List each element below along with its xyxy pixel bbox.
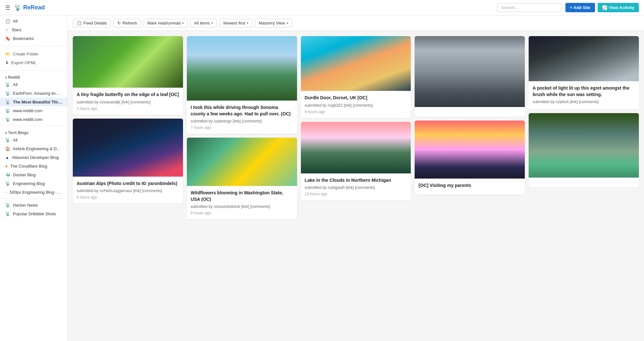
feed-card-time-butterfly: 4 hours ago: [77, 106, 179, 111]
sidebar-item-all[interactable]: 📋 All: [0, 17, 67, 25]
sidebar-top-section: 📋 All ☆ Stars 🔖 Bookmarks: [0, 15, 67, 44]
mark-read-button[interactable]: Mark read/unread ▾: [144, 19, 188, 27]
content-area: 📋 Feed Details ↻ Refresh Mark read/unrea…: [68, 15, 644, 341]
feed-card-monument[interactable]: [415, 36, 525, 117]
all-items-button[interactable]: All items ▾: [190, 19, 217, 27]
feed-card-sunset[interactable]: [OC] Visiting my parents: [415, 121, 525, 195]
sidebar-bookmarks-label: Bookmarks: [13, 36, 34, 41]
feed-card-img-sunset: [415, 121, 525, 179]
feed-card-egret[interactable]: A pocket of light lit up this egret amon…: [529, 36, 639, 109]
sidebar-stars-label: Stars: [12, 27, 21, 32]
feed-card-body-lake: Lake in the Clouds in Northern Michigan …: [301, 173, 411, 200]
feed-card-durdle[interactable]: Durdle Door, Dorset, UK [OC] submitted b…: [301, 36, 411, 118]
500px-icon: ···: [5, 190, 7, 194]
newest-first-button[interactable]: Newest first ▾: [219, 19, 252, 27]
dribbble-label: Popular Dribbble Shots: [13, 211, 56, 216]
view-activity-button[interactable]: 📈 View Activity: [598, 3, 639, 12]
sidebar-item-stars[interactable]: ☆ Stars: [0, 25, 67, 34]
feed-card-img-monument: [415, 36, 525, 107]
add-site-button[interactable]: + Add Site: [565, 3, 595, 12]
feed-card-body-monument: [415, 107, 525, 117]
feed-card-img-egret: [529, 36, 639, 81]
sidebar-group-tech-blogs[interactable]: ▾ Tech Blogs: [0, 128, 67, 136]
feed-card-body-alps: Austrian Alps (Photo credit to IG yaronb…: [73, 177, 183, 204]
sidebar-toggle-button[interactable]: ☰: [5, 4, 10, 11]
sidebar-item-engineering[interactable]: 📡 Engineering Blog: [0, 179, 67, 188]
sidebar-item-airbnb[interactable]: 🏠 Airbnb Engineering & Data Science - Me…: [0, 144, 67, 153]
feed-card-wildflowers[interactable]: Wildflowers blooming in Washington State…: [187, 138, 297, 219]
feed-card-butterfly[interactable]: A tiny fragile butterfly on the edge of …: [73, 36, 183, 115]
sidebar-item-hacker-news[interactable]: 📡 Hacker News: [0, 201, 67, 209]
airbnb-label: Airbnb Engineering & Data Science - Medi…: [13, 146, 62, 151]
all-icon: 📋: [5, 19, 10, 24]
sidebar-actions-section: 📁 Create Folder ⬇ Export OPML: [0, 48, 67, 68]
search-input[interactable]: [497, 3, 562, 12]
hacker-news-label: Hacker News: [13, 203, 38, 208]
chevron-down-icon-tech: ▾: [5, 131, 7, 135]
toolbar: 📋 Feed Details ↻ Refresh Mark read/unrea…: [68, 15, 644, 31]
feed-card-title-egret: A pocket of light lit up this egret amon…: [533, 85, 635, 98]
refresh-label: Refresh: [122, 21, 137, 25]
airbnb-icon: 🏠: [5, 146, 10, 151]
sidebar-item-cloudflare[interactable]: ● The Cloudflare Blog: [0, 162, 67, 170]
rss-icon-reddit-com-1: 📡: [5, 108, 10, 113]
most-beautiful-label: The Most Beautiful Things in the World: [13, 100, 62, 104]
feed-card-img-alps: [73, 119, 183, 177]
sidebar-create-folder-action[interactable]: 📁 Create Folder: [0, 50, 67, 58]
sidebar-export-opml-action[interactable]: ⬇ Export OPML: [0, 58, 67, 67]
feed-card-alps[interactable]: Austrian Alps (Photo credit to IG yaronb…: [73, 119, 183, 204]
export-icon: ⬇: [5, 60, 9, 65]
feed-details-button[interactable]: 📋 Feed Details: [73, 19, 111, 27]
docker-icon: 🐳: [5, 172, 10, 177]
feed-card-lake[interactable]: Lake in the Clouds in Northern Michigan …: [301, 122, 411, 200]
sidebar-item-reddit-com-2[interactable]: 📡 www.reddit.com: [0, 115, 67, 124]
sidebar-item-tech-all[interactable]: 📡 All: [0, 136, 67, 144]
feed-details-icon: 📋: [77, 21, 82, 25]
sidebar-item-reddit-com-1[interactable]: 📡 www.reddit.com: [0, 106, 67, 115]
rss-icon-reddit-all: 📡: [5, 82, 10, 87]
tech-all-label: All: [13, 138, 17, 142]
sidebar-item-dribbble[interactable]: 📡 Popular Dribbble Shots: [0, 209, 67, 218]
500px-label: 500px Engineering Blog - Medium: [10, 190, 62, 195]
sidebar-item-docker[interactable]: 🐳 Docker Blog: [0, 170, 67, 179]
atlassian-label: Atlassian Developer Blog: [12, 155, 59, 160]
earthporn-label: EarthPorn: Amazing images of light and l…: [13, 91, 62, 96]
feed-card-meta-lake: submitted by /u/ptgauth [link] [comments…: [305, 185, 407, 190]
sidebar-divider-2: [0, 70, 67, 71]
view-activity-label: View Activity: [609, 5, 634, 10]
docker-label: Docker Blog: [13, 172, 36, 177]
feed-card-waterfall[interactable]: [529, 113, 639, 187]
mark-read-caret-icon: ▾: [182, 21, 184, 25]
rss-icon-earthporn: 📡: [5, 91, 10, 96]
feed-card-meta-durdle: submitted by /u/gb322 [link] [comments]: [305, 103, 407, 108]
rss-icon-hn: 📡: [5, 203, 10, 208]
refresh-button[interactable]: ↻ Refresh: [113, 19, 141, 27]
sidebar-item-most-beautiful[interactable]: 📡 The Most Beautiful Things in the World: [0, 98, 67, 106]
feed-card-body-sonoma: I took this while driving through Sonoma…: [187, 101, 297, 134]
sidebar-item-earthporn[interactable]: 📡 EarthPorn: Amazing images of light and…: [0, 89, 67, 98]
export-opml-label: Export OPML: [11, 60, 36, 65]
masonry-view-button[interactable]: Masonry View ▾: [255, 19, 292, 27]
feed-card-title-lake: Lake in the Clouds in Northern Michigan: [305, 177, 407, 184]
sidebar-item-atlassian[interactable]: ▲ Atlassian Developer Blog: [0, 153, 67, 162]
feed-card-body-egret: A pocket of light lit up this egret amon…: [529, 81, 639, 109]
chevron-down-icon: ▾: [5, 76, 7, 79]
app-name: ReRead: [23, 4, 45, 11]
sidebar-item-500px[interactable]: ··· 500px Engineering Blog - Medium: [0, 188, 67, 197]
masonry-view-caret-icon: ▾: [287, 21, 288, 25]
sidebar: 📋 All ☆ Stars 🔖 Bookmarks 📁 Create Folde…: [0, 15, 68, 341]
create-folder-label: Create Folder: [13, 52, 38, 56]
sidebar-divider-3: [0, 126, 67, 126]
sidebar-all-label: All: [13, 19, 17, 24]
mark-read-label: Mark read/unread: [148, 21, 181, 25]
feed-card-meta-sonoma: submitted by /u/perezgc [link] [comments…: [191, 119, 293, 123]
feed-card-time-lake: 13 hours ago: [305, 192, 407, 196]
sidebar-item-reddit-all[interactable]: 📡 All: [0, 80, 67, 89]
masonry-grid: A tiny fragile butterfly on the edge of …: [73, 36, 639, 219]
feed-card-sonoma[interactable]: I took this while driving through Sonoma…: [187, 36, 297, 134]
feed-card-time-sonoma: 7 hours ago: [191, 125, 293, 130]
feed-card-img-butterfly: [73, 36, 183, 88]
sidebar-item-bookmarks[interactable]: 🔖 Bookmarks: [0, 34, 67, 43]
feed-card-meta-alps: submitted by /u/HellsJuggernaut [link] […: [77, 189, 179, 193]
sidebar-group-reddit[interactable]: ▾ Reddit: [0, 73, 67, 80]
